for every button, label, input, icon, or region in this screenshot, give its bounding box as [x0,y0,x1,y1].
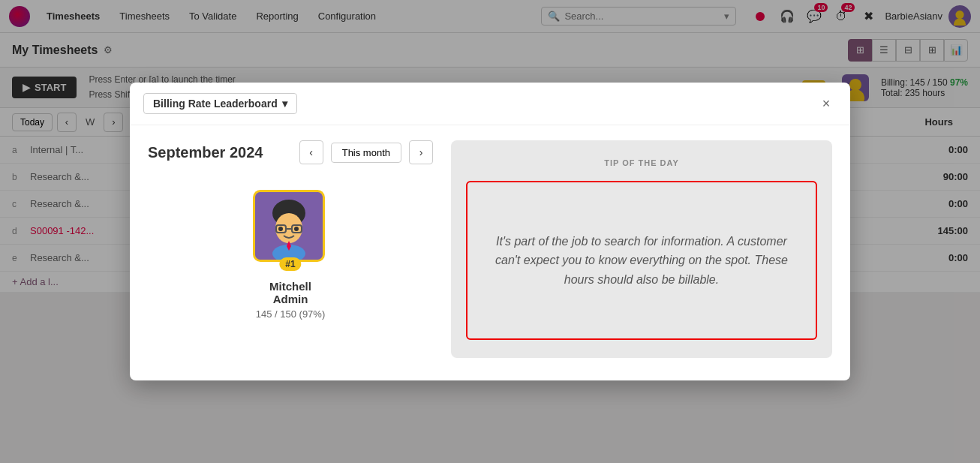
tip-header: TIP OF THE DAY [604,158,679,167]
month-label: September 2024 [148,144,292,161]
rank-badge: #1 [279,257,301,271]
leader-avatar-illustration [255,192,323,260]
modal-left-panel: September 2024 ‹ This month › [148,140,433,358]
modal-overlay: Billing Rate Leaderboard ▾ × September 2… [0,0,980,463]
tip-box: It's part of the job to search for infor… [466,181,817,340]
next-month-button[interactable]: › [409,140,433,164]
leader-avatar-frame: #1 [253,190,328,265]
svg-point-10 [278,227,283,231]
this-month-button[interactable]: This month [331,143,401,163]
svg-point-11 [294,227,299,231]
tip-text: It's part of the job to search for infor… [484,232,799,290]
leader-avatar [253,190,325,262]
leader-name: MitchellAdmin [269,280,311,305]
modal-body: September 2024 ‹ This month › [130,125,850,380]
leader-score: 145 / 150 (97%) [256,308,326,320]
leaderboard-title-button[interactable]: Billing Rate Leaderboard ▾ [143,93,297,114]
modal-close-button[interactable]: × [816,93,837,114]
modal-title-dropdown-icon: ▾ [282,98,287,110]
leaderboard-modal: Billing Rate Leaderboard ▾ × September 2… [130,83,850,380]
modal-header: Billing Rate Leaderboard ▾ × [130,83,850,125]
month-navigation: September 2024 ‹ This month › [148,140,433,164]
prev-month-button[interactable]: ‹ [299,140,323,164]
modal-title-label: Billing Rate Leaderboard [153,98,278,110]
leader-card: #1 MitchellAdmin 145 / 150 (97%) [148,190,433,320]
modal-right-panel: TIP OF THE DAY It's part of the job to s… [451,140,832,358]
